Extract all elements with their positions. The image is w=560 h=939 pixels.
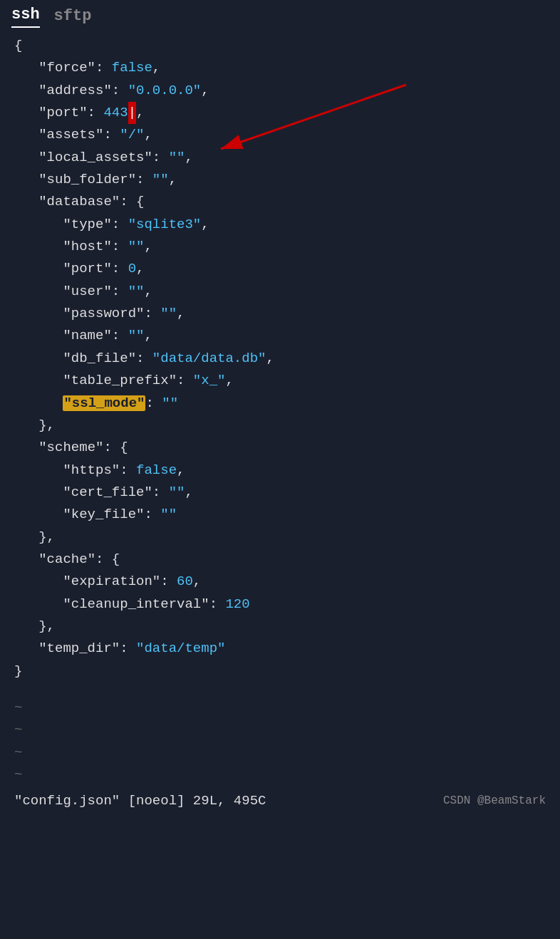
code-line: "ssl_mode": "" — [14, 393, 546, 415]
tilde-lines: ~~~~ — [0, 697, 560, 786]
code-line: }, — [14, 415, 546, 437]
code-line: "https": false, — [14, 460, 546, 482]
code-line: "db_file": "data/data.db", — [14, 348, 546, 370]
code-line: "cert_file": "", — [14, 482, 546, 504]
code-line: "type": "sqlite3", — [14, 214, 546, 236]
tilde-line: ~ — [0, 764, 560, 786]
code-line: "table_prefix": "x_", — [14, 370, 546, 392]
code-line: "expiration": 60, — [14, 571, 546, 593]
code-line: { — [14, 35, 546, 57]
bottom-section: "config.json" [noeol] 29L, 495C CSDN @Be… — [0, 786, 560, 816]
code-line: } — [14, 660, 546, 683]
code-line: "user": "", — [14, 281, 546, 303]
code-line: "cache": { — [14, 549, 546, 571]
tab-bar: ssh sftp — [0, 0, 560, 28]
code-line: }, — [14, 616, 546, 638]
code-area: { "force": false, "address": "0.0.0.0", … — [0, 28, 560, 697]
code-line: "assets": "/", — [14, 124, 546, 146]
tab-ssh[interactable]: ssh — [11, 6, 40, 28]
code-line: "port": 443|, — [14, 102, 546, 124]
attribution: CSDN @BeamStark — [443, 794, 546, 807]
tilde-line: ~ — [0, 719, 560, 741]
code-line: "force": false, — [14, 57, 546, 79]
code-line: "scheme": { — [14, 437, 546, 459]
code-line: "local_assets": "", — [14, 147, 546, 169]
code-line: "address": "0.0.0.0", — [14, 80, 546, 102]
code-content: { "force": false, "address": "0.0.0.0", … — [14, 35, 546, 683]
tilde-line: ~ — [0, 742, 560, 764]
code-line: "password": "", — [14, 303, 546, 325]
code-line: "database": { — [14, 191, 546, 213]
code-line: "port": 0, — [14, 258, 546, 280]
code-line: "cleanup_interval": 120 — [14, 593, 546, 616]
code-line: "sub_folder": "", — [14, 169, 546, 191]
code-line: "host": "", — [14, 236, 546, 258]
code-line: "temp_dir": "data/temp" — [14, 638, 546, 660]
code-line: "key_file": "" — [14, 504, 546, 526]
tab-sftp[interactable]: sftp — [54, 7, 92, 28]
code-line: }, — [14, 526, 546, 549]
tilde-line: ~ — [0, 697, 560, 719]
code-line: "name": "", — [14, 325, 546, 347]
